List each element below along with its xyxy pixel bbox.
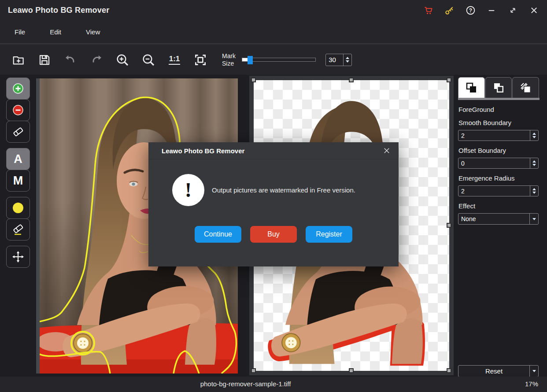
buy-button[interactable]: Buy [250, 226, 297, 243]
tab-underline [458, 98, 540, 100]
statusbar: photo-bg-remover-sample-1.tiff 17% [0, 377, 547, 392]
effect-icon [520, 82, 532, 94]
selection-handle-bottom-right[interactable] [447, 368, 451, 373]
menu-edit[interactable]: Edit [50, 28, 61, 36]
background-icon [493, 82, 505, 94]
selection-handle-top-right[interactable] [447, 78, 451, 82]
emergence-radius-input[interactable] [458, 185, 539, 196]
slider-thumb[interactable] [248, 56, 253, 64]
zoom-out-button[interactable] [141, 53, 155, 67]
menu-view[interactable]: View [86, 28, 100, 36]
actual-size-button[interactable]: 1:1 [167, 53, 181, 67]
selection-handle-top-left[interactable] [251, 78, 256, 82]
titlebar: Leawo Photo BG Remover ? [0, 0, 547, 20]
emergence-radius-label: Emergence Radius [458, 174, 540, 182]
minus-circle-icon [12, 104, 24, 116]
exclamation-icon: ! [172, 174, 204, 206]
yellow-circle-icon [12, 202, 24, 214]
smooth-boundary-label: Smooth Boundary [458, 119, 540, 126]
mark-size-value[interactable] [326, 54, 343, 66]
selection-handle-bottom-left[interactable] [251, 368, 256, 373]
eraser-icon [12, 126, 24, 138]
offset-boundary-value[interactable] [458, 158, 530, 168]
dialog-close-icon[interactable] [382, 146, 392, 155]
effect-value: None [458, 215, 529, 222]
mark-size-input[interactable] [325, 54, 352, 66]
yellow-eraser-button[interactable] [6, 218, 30, 240]
minimize-icon[interactable] [486, 5, 497, 15]
register-button[interactable]: Register [306, 226, 352, 243]
panel-scrollbar[interactable] [36, 78, 40, 374]
side-toolbar: A M [6, 78, 31, 273]
cart-icon[interactable] [423, 5, 433, 15]
move-button[interactable] [6, 246, 30, 268]
foreground-tab[interactable] [458, 77, 485, 98]
smooth-boundary-stepper[interactable] [530, 130, 538, 141]
manual-mark-button[interactable]: M [6, 170, 30, 192]
mark-size-stepper[interactable] [343, 54, 351, 66]
chevron-down-icon[interactable] [529, 214, 538, 224]
continue-button[interactable]: Continue [195, 226, 241, 243]
effect-tab[interactable] [512, 77, 539, 98]
reset-button[interactable]: Reset [458, 365, 539, 377]
add-foreground-button[interactable] [6, 78, 30, 100]
menubar: File Edit View [0, 20, 547, 44]
help-icon[interactable]: ? [465, 5, 476, 15]
zoom-percentage: 17% [525, 377, 538, 392]
plus-circle-icon [12, 82, 24, 95]
app-window: Leawo Photo BG Remover ? File Edit [0, 0, 547, 392]
smooth-boundary-input[interactable] [458, 130, 539, 141]
save-button[interactable] [37, 53, 52, 67]
svg-text:?: ? [469, 7, 472, 13]
zoom-in-button[interactable] [115, 53, 129, 67]
adjustment-panel: ForeGround Smooth Boundary Offset Bounda… [458, 77, 540, 225]
dialog-message: Output pictures are watermarked in Free … [212, 174, 388, 206]
dialog-header: Leawo Photo BG Remover [148, 142, 399, 159]
toolbar: 1:1 Mark Size [0, 44, 547, 75]
emergence-radius-value[interactable] [458, 186, 530, 196]
app-title: Leawo Photo BG Remover [8, 6, 109, 15]
close-icon[interactable] [529, 5, 539, 15]
menu-file[interactable]: File [15, 28, 25, 36]
section-label: ForeGround [458, 106, 540, 113]
effect-dropdown[interactable]: None [458, 213, 539, 225]
move-icon [12, 251, 24, 263]
undo-button[interactable] [63, 53, 78, 67]
smooth-boundary-value[interactable] [458, 130, 530, 141]
new-file-button[interactable] [11, 53, 26, 67]
mark-size-slider[interactable] [242, 58, 316, 62]
offset-boundary-label: Offset Boundary [458, 147, 540, 154]
yellow-brush-button[interactable] [6, 197, 30, 219]
auto-mark-button[interactable]: A [6, 148, 30, 170]
effect-label: Effect [458, 202, 540, 210]
reset-dropdown-icon[interactable] [529, 366, 538, 377]
background-tab[interactable] [485, 77, 512, 98]
key-icon[interactable] [444, 5, 455, 15]
remove-background-button[interactable] [6, 99, 30, 121]
selection-handle-top-center[interactable] [349, 78, 354, 82]
open-filename: photo-bg-remover-sample-1.tiff [0, 377, 491, 392]
foreground-icon [466, 82, 477, 94]
emergence-radius-stepper[interactable] [530, 186, 538, 196]
eraser-button[interactable] [6, 121, 30, 143]
yellow-eraser-icon [12, 223, 24, 236]
watermark-dialog: Leawo Photo BG Remover ! Output pictures… [148, 142, 399, 266]
maximize-icon[interactable] [507, 5, 518, 15]
selection-handle-bottom-center[interactable] [349, 368, 354, 373]
offset-boundary-stepper[interactable] [530, 158, 538, 168]
fit-screen-button[interactable] [193, 53, 207, 67]
mark-size-label: Mark Size [222, 52, 236, 67]
redo-button[interactable] [89, 53, 103, 67]
offset-boundary-input[interactable] [458, 158, 539, 169]
dialog-title: Leawo Photo BG Remover [148, 147, 244, 155]
selection-handle-mid-right[interactable] [447, 223, 451, 228]
layer-tabs [458, 77, 540, 98]
